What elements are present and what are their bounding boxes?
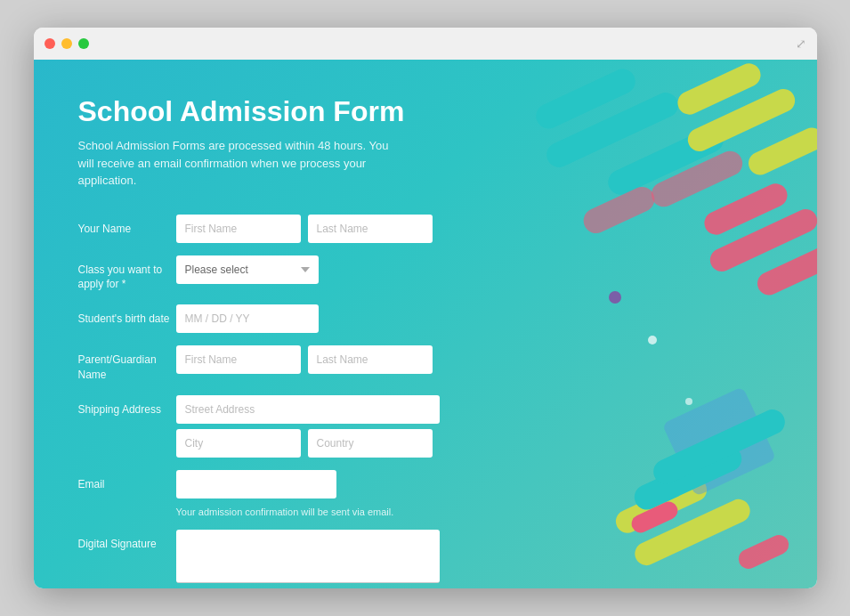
traffic-lights	[45, 38, 89, 49]
maximize-button[interactable]	[78, 38, 89, 49]
parent-input-row	[176, 345, 523, 374]
email-label: Email	[78, 470, 176, 492]
class-inputs: Please select Class 1 Class 2 Class 3	[176, 255, 523, 284]
parent-first-name-input[interactable]	[176, 345, 301, 374]
birth-date-inputs	[176, 304, 523, 333]
email-inputs: Your admission confirmation will be sent…	[176, 470, 523, 517]
shipping-address-label: Shipping Address	[78, 395, 176, 417]
shipping-address-row: Shipping Address	[78, 395, 523, 458]
your-name-row: Your Name	[78, 215, 523, 243]
parent-name-row: Parent/Guardian Name	[78, 345, 523, 383]
class-label: Class you want to apply for *	[78, 255, 176, 293]
first-name-input[interactable]	[176, 215, 301, 243]
signature-inputs	[176, 530, 523, 583]
email-input[interactable]	[176, 470, 336, 498]
city-input[interactable]	[176, 429, 301, 458]
form-section: School Admission Form School Admission F…	[34, 60, 568, 588]
name-input-row	[176, 215, 523, 243]
parent-name-label: Parent/Guardian Name	[78, 345, 176, 383]
title-bar: ⤢	[34, 28, 817, 60]
form-title: School Admission Form	[78, 95, 523, 128]
email-hint: Your admission confirmation will be sent…	[176, 507, 523, 517]
birth-date-row: Student's birth date	[78, 304, 523, 333]
birth-date-label: Student's birth date	[78, 304, 176, 327]
your-name-label: Your Name	[78, 215, 176, 237]
shipping-address-inputs	[176, 395, 523, 458]
your-name-inputs	[176, 215, 523, 243]
close-button[interactable]	[45, 38, 55, 49]
city-country-row	[176, 429, 523, 458]
signature-row: Digital Signature	[78, 530, 523, 583]
country-input[interactable]	[308, 429, 433, 458]
signature-label: Digital Signature	[78, 530, 176, 552]
expand-icon[interactable]: ⤢	[796, 36, 806, 51]
street-address-input[interactable]	[176, 395, 440, 424]
main-content: School Admission Form School Admission F…	[34, 60, 817, 588]
form-subtitle: School Admission Forms are processed wit…	[78, 137, 408, 190]
birth-date-input[interactable]	[176, 304, 319, 333]
minimize-button[interactable]	[61, 38, 72, 49]
parent-last-name-input[interactable]	[308, 345, 433, 374]
last-name-input[interactable]	[308, 215, 433, 243]
class-select[interactable]: Please select Class 1 Class 2 Class 3	[176, 255, 319, 284]
class-row: Class you want to apply for * Please sel…	[78, 255, 523, 293]
parent-name-inputs	[176, 345, 523, 374]
signature-box[interactable]	[176, 530, 440, 583]
app-window: ⤢	[34, 28, 817, 588]
email-row: Email Your admission confirmation will b…	[78, 470, 523, 517]
